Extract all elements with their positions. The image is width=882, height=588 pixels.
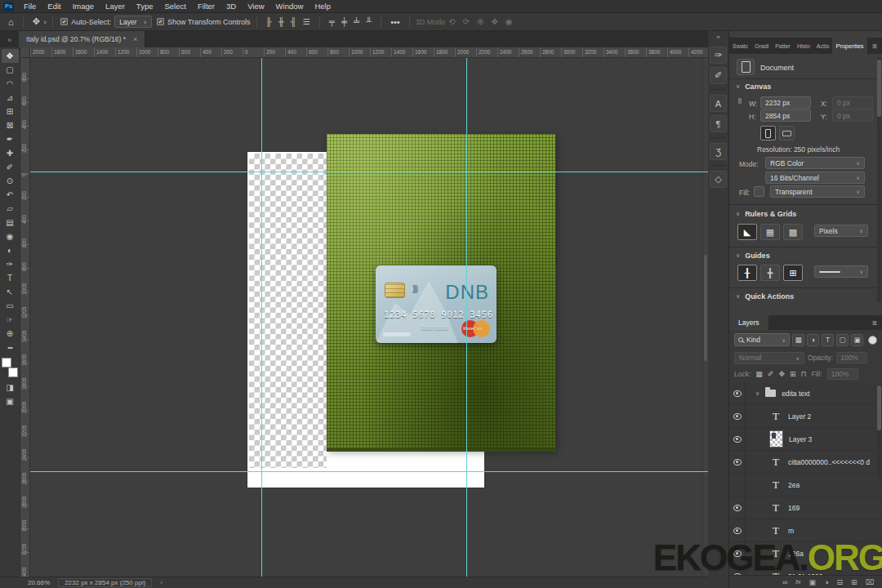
toggle-grid-button[interactable]: ▦ — [760, 224, 780, 240]
panel-menu-icon[interactable]: ≡ — [867, 38, 882, 54]
tool-crop[interactable]: ⊞ — [2, 105, 19, 118]
menu-3d[interactable]: 3D — [220, 0, 242, 13]
menu-window[interactable]: Window — [270, 0, 310, 13]
tab-overflow-icon[interactable]: » — [0, 36, 19, 47]
character-panel-icon[interactable]: A — [710, 95, 727, 112]
guide-horizontal-2[interactable] — [30, 471, 708, 472]
libraries-panel-icon[interactable]: ◇ — [710, 171, 727, 188]
status-chevron-icon[interactable]: › — [160, 579, 163, 586]
visibility-eye-icon[interactable] — [733, 436, 742, 443]
guide-vertical-1[interactable] — [261, 58, 262, 577]
tool-hand[interactable]: ☞ — [2, 313, 19, 327]
tool-path-select[interactable]: ↖ — [2, 285, 19, 299]
tool-marquee[interactable]: ▢ — [2, 63, 19, 77]
lock-artboard-icon[interactable]: ⊞ — [790, 370, 796, 378]
distribute-icon[interactable]: ╧ — [354, 17, 359, 26]
guide-style-dropdown[interactable]: ∨ — [814, 265, 868, 278]
bit-depth-dropdown[interactable]: 16 Bits/Channel∨ — [765, 172, 865, 184]
align-icon[interactable]: ╟ — [266, 17, 272, 26]
tool-dodge[interactable]: ◐ — [2, 243, 19, 257]
menu-view[interactable]: View — [242, 0, 270, 13]
toggle-smart-guides-button[interactable]: ╋ — [760, 265, 780, 281]
filter-shape-layers-icon[interactable]: ▢ — [836, 334, 849, 346]
chevron-down-icon[interactable]: ∨ — [43, 19, 47, 24]
layer-row[interactable]: T 169 — [729, 497, 882, 519]
guide-vertical-2[interactable] — [466, 58, 467, 577]
layer-row-hidden[interactable]: T 2ea — [729, 474, 882, 497]
tool-history-brush[interactable]: ↶ — [2, 188, 19, 202]
tab-properties[interactable]: Properties — [832, 38, 866, 54]
lock-guides-button[interactable]: ⊞ — [783, 265, 803, 281]
quick-actions-section-header[interactable]: ∨Quick Actions — [736, 292, 794, 301]
brushes-icon[interactable]: ✐ — [710, 67, 727, 84]
rulers-grids-section-header[interactable]: ∨Rulers & Grids — [736, 210, 796, 218]
new-layer-icon[interactable]: ⊞ — [851, 578, 858, 586]
layer-row[interactable]: Layer 3 — [729, 428, 882, 451]
visibility-eye-empty[interactable] — [729, 474, 746, 496]
tab-history[interactable]: Histo — [794, 38, 813, 54]
properties-scrollbar[interactable] — [877, 57, 881, 302]
move-tool-icon[interactable]: ✥ — [29, 16, 43, 27]
menu-file[interactable]: File — [18, 0, 42, 13]
toggle-guides-button[interactable]: ╂ — [737, 265, 757, 281]
menu-type[interactable]: Type — [131, 0, 159, 13]
layer-row-group[interactable]: ∨ edita text — [729, 382, 882, 405]
tool-clone-stamp[interactable]: ⊙ — [2, 174, 19, 188]
color-swatches[interactable] — [2, 358, 18, 377]
tool-rectangle[interactable]: ▭ — [2, 299, 19, 313]
menu-edit[interactable]: Edit — [42, 0, 66, 13]
horizontal-ruler[interactable]: 2000180016001400120010008006004002000200… — [30, 47, 708, 58]
visibility-eye-icon[interactable] — [733, 390, 742, 397]
group-expand-caret[interactable]: ∨ — [755, 390, 760, 397]
menu-layer[interactable]: Layer — [100, 0, 131, 13]
tool-object-selection[interactable]: ⊿ — [2, 91, 19, 105]
expand-panels-icon[interactable]: » — [716, 33, 719, 41]
align-icon[interactable]: ╫ — [278, 17, 284, 26]
lock-all-icon[interactable]: ⊓ — [800, 370, 806, 378]
height-field[interactable]: 2854 px — [760, 109, 811, 122]
auto-select-checkbox[interactable]: ✓ — [60, 18, 68, 25]
tab-actions[interactable]: Actio — [813, 38, 833, 54]
filter-adjustment-layers-icon[interactable]: ◑ — [807, 334, 819, 346]
tab-swatches[interactable]: Swatc — [729, 38, 751, 54]
visibility-eye-icon[interactable] — [733, 505, 742, 511]
layer-row[interactable]: T citta0000000..<<<<<<<0 d — [729, 451, 882, 474]
new-group-icon[interactable]: ⊟ — [837, 578, 844, 586]
toggle-pixel-grid-button[interactable]: ▩ — [783, 224, 803, 240]
home-icon[interactable]: ⌂ — [5, 17, 17, 27]
distribute-icon[interactable]: ╤ — [329, 17, 335, 26]
filter-pixel-layers-icon[interactable]: ▦ — [792, 334, 804, 346]
menu-filter[interactable]: Filter — [192, 0, 220, 13]
vertical-ruler[interactable]: 8006004002000200400600800100012001400160… — [20, 58, 30, 577]
paragraph-panel-icon[interactable]: ¶ — [710, 115, 727, 132]
zoom-percentage[interactable]: 20.66% — [28, 579, 50, 586]
visibility-eye-icon[interactable] — [733, 528, 742, 534]
layer-row[interactable]: T Layer 2 — [729, 405, 882, 428]
pasteboard[interactable]: ))) DNB 1234 5678 9012 3456 0000 00/00 M… — [30, 58, 708, 577]
tool-type[interactable]: T — [2, 271, 19, 285]
edit-toolbar-icon[interactable]: ••• — [2, 341, 19, 354]
menu-select[interactable]: Select — [158, 0, 191, 13]
ruler-units-dropdown[interactable]: Pixels∨ — [814, 225, 868, 237]
landscape-orientation-button[interactable] — [779, 126, 795, 140]
align-icon[interactable]: ╢ — [291, 17, 296, 26]
align-icon[interactable]: ☰ — [303, 17, 310, 26]
lock-pixels-icon[interactable]: ✐ — [768, 370, 774, 378]
tab-gradients[interactable]: Gradi — [751, 38, 772, 54]
visibility-eye-icon[interactable] — [733, 459, 742, 466]
color-mode-dropdown[interactable]: RGB Color∨ — [765, 157, 865, 169]
tool-zoom[interactable]: ⊕ — [2, 327, 19, 341]
portrait-orientation-button[interactable] — [760, 126, 776, 140]
distribute-icon[interactable]: ╪ — [341, 17, 347, 26]
tool-blur[interactable]: ◉ — [2, 229, 19, 243]
layers-scrollbar[interactable] — [877, 384, 881, 482]
brush-settings-icon[interactable]: ✑ — [710, 47, 727, 64]
layers-panel-menu-icon[interactable]: ≡ — [867, 315, 882, 330]
lock-transparency-icon[interactable]: ▦ — [755, 370, 763, 378]
link-layers-icon[interactable]: ∞ — [782, 578, 787, 586]
filter-toggle-icon[interactable] — [868, 336, 877, 345]
ruler-corner[interactable] — [20, 47, 30, 58]
tool-lasso[interactable]: ◠ — [2, 77, 19, 91]
canvas-vertical-scrollbar[interactable] — [702, 58, 708, 577]
screen-mode-button[interactable]: ▣ — [2, 394, 19, 408]
